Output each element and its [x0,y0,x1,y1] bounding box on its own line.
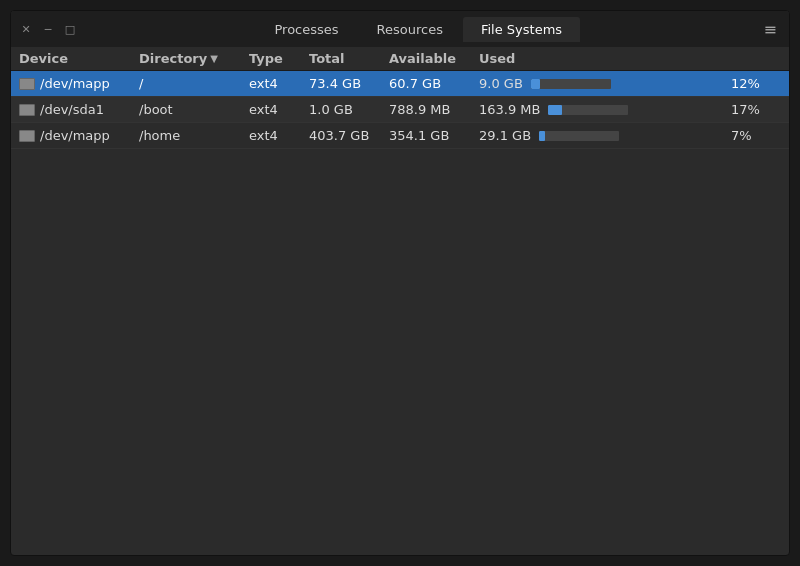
titlebar: ✕ ─ □ Processes Resources File Systems ≡ [11,11,789,47]
col-header-type: Type [249,51,309,66]
col-header-pct [731,51,781,66]
col-available-label: Available [389,51,456,66]
minimize-button[interactable]: ─ [41,22,55,36]
col-header-total: Total [309,51,389,66]
file-systems-table: Device Directory ▼ Type Total Available … [11,47,789,555]
window-controls: ✕ ─ □ [19,22,77,36]
progress-bar-0 [531,79,611,89]
table-body: /dev/mapp / ext4 73.4 GB 60.7 GB 9.0 GB … [11,71,789,555]
cell-directory-0: / [139,76,249,91]
cell-available-1: 788.9 MB [389,102,479,117]
tab-bar: Processes Resources File Systems [77,17,760,42]
cell-used-0: 9.0 GB [479,76,731,91]
main-window: ✕ ─ □ Processes Resources File Systems ≡… [10,10,790,556]
cell-pct-2: 7% [731,128,781,143]
cell-used-1: 163.9 MB [479,102,731,117]
drive-icon [19,78,35,90]
cell-type-2: ext4 [249,128,309,143]
col-header-used: Used [479,51,731,66]
tab-filesystems[interactable]: File Systems [463,17,580,42]
tab-resources[interactable]: Resources [359,17,461,42]
cell-pct-0: 12% [731,76,781,91]
cell-total-1: 1.0 GB [309,102,389,117]
sort-arrow-icon: ▼ [210,53,218,64]
cell-directory-1: /boot [139,102,249,117]
col-header-available: Available [389,51,479,66]
used-value-0: 9.0 GB [479,76,523,91]
used-value-1: 163.9 MB [479,102,540,117]
progress-fill-0 [531,79,541,89]
cell-directory-2: /home [139,128,249,143]
cell-available-2: 354.1 GB [389,128,479,143]
col-used-label: Used [479,51,515,66]
cell-used-2: 29.1 GB [479,128,731,143]
cell-device-1: /dev/sda1 [19,102,139,117]
progress-bar-2 [539,131,619,141]
col-header-device: Device [19,51,139,66]
table-row[interactable]: /dev/sda1 /boot ext4 1.0 GB 788.9 MB 163… [11,97,789,123]
col-type-label: Type [249,51,283,66]
col-directory-label: Directory [139,51,207,66]
drive-icon [19,130,35,142]
progress-bar-1 [548,105,628,115]
cell-total-0: 73.4 GB [309,76,389,91]
col-header-directory[interactable]: Directory ▼ [139,51,249,66]
maximize-button[interactable]: □ [63,22,77,36]
cell-pct-1: 17% [731,102,781,117]
cell-available-0: 60.7 GB [389,76,479,91]
progress-fill-2 [539,131,545,141]
menu-icon[interactable]: ≡ [760,16,781,43]
col-total-label: Total [309,51,345,66]
cell-type-1: ext4 [249,102,309,117]
cell-device-2: /dev/mapp [19,128,139,143]
cell-type-0: ext4 [249,76,309,91]
cell-total-2: 403.7 GB [309,128,389,143]
table-row[interactable]: /dev/mapp /home ext4 403.7 GB 354.1 GB 2… [11,123,789,149]
drive-icon [19,104,35,116]
table-header: Device Directory ▼ Type Total Available … [11,47,789,71]
table-row[interactable]: /dev/mapp / ext4 73.4 GB 60.7 GB 9.0 GB … [11,71,789,97]
tab-processes[interactable]: Processes [256,17,356,42]
close-button[interactable]: ✕ [19,22,33,36]
used-value-2: 29.1 GB [479,128,531,143]
col-device-label: Device [19,51,68,66]
cell-device-0: /dev/mapp [19,76,139,91]
progress-fill-1 [548,105,562,115]
